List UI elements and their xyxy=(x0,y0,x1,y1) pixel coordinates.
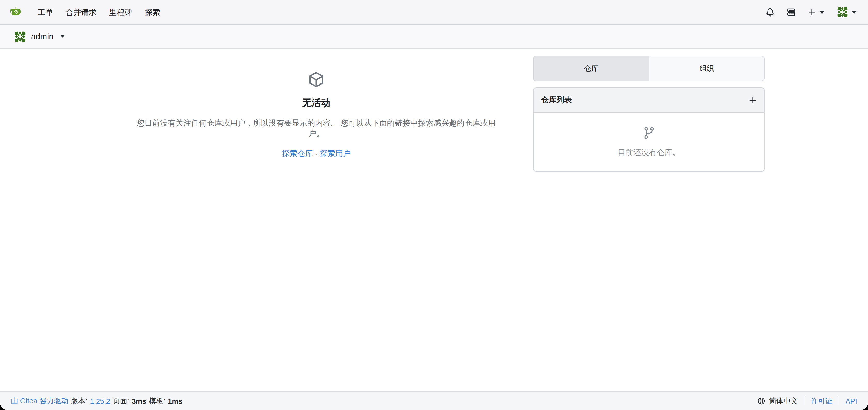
template-time-value: 1ms xyxy=(168,397,182,405)
powered-by-gitea-link[interactable]: 由 Gitea 强力驱动 xyxy=(11,396,68,405)
top-navbar: 工单 合并请求 里程碑 探索 xyxy=(0,0,868,25)
repo-list-panel: 仓库列表 xyxy=(533,87,765,172)
explore-repos-link[interactable]: 探索仓库 xyxy=(282,149,313,157)
repo-list-header: 仓库列表 xyxy=(534,88,764,113)
chevron-down-icon xyxy=(819,10,825,14)
repo-list-title: 仓库列表 xyxy=(541,95,572,105)
package-box-icon xyxy=(308,71,324,90)
footer: 由 Gitea 强力驱动 版本: 1.25.2 页面: 3ms 模板: 1ms … xyxy=(0,391,868,410)
gitea-dashboard: 工单 合并请求 里程碑 探索 xyxy=(0,0,868,410)
sidebar-tabs: 仓库 组织 xyxy=(533,56,765,81)
page-time-value: 3ms xyxy=(132,397,146,405)
page-time-label: 页面: xyxy=(113,396,129,406)
context-user-bar: admin xyxy=(0,25,868,49)
empty-state-title: 无活动 xyxy=(103,97,529,109)
no-activity-empty-state: 无活动 您目前没有关注任何仓库或用户，所以没有要显示的内容。 您可以从下面的链接… xyxy=(103,56,529,158)
language-label: 简体中文 xyxy=(769,396,798,406)
version-link[interactable]: 1.25.2 xyxy=(90,397,110,405)
nav-item-pull-requests[interactable]: 合并请求 xyxy=(59,0,103,25)
dashboard-sidebar: 仓库 组织 仓库列表 xyxy=(533,56,765,172)
tab-organizations[interactable]: 组织 xyxy=(649,56,764,81)
gitea-logo-icon[interactable] xyxy=(9,6,21,18)
empty-state-description: 您目前没有关注任何仓库或用户，所以没有要显示的内容。 您可以从下面的链接中探索感… xyxy=(135,118,497,139)
chevron-down-icon xyxy=(60,35,64,38)
globe-icon xyxy=(758,397,766,405)
admin-server-icon[interactable] xyxy=(781,8,802,17)
footer-right-group: 简体中文 许可证 API xyxy=(758,396,857,406)
repo-list-empty-state: 目前还没有仓库。 xyxy=(534,113,764,171)
notifications-bell-icon[interactable] xyxy=(760,8,781,17)
user-menu-dropdown[interactable] xyxy=(831,7,859,18)
navbar-right-group xyxy=(760,7,859,18)
nav-item-milestones[interactable]: 里程碑 xyxy=(103,0,138,25)
activity-feed-column: 无活动 您目前没有关注任何仓库或用户，所以没有要显示的内容。 您可以从下面的链接… xyxy=(103,56,529,158)
repo-list-empty-text: 目前还没有仓库。 xyxy=(618,148,680,158)
user-avatar xyxy=(837,7,848,18)
create-new-dropdown[interactable] xyxy=(802,8,831,16)
api-link[interactable]: API xyxy=(845,397,857,405)
template-time-label: 模板: xyxy=(149,396,165,406)
nav-item-issues[interactable]: 工单 xyxy=(32,0,59,25)
explore-users-link[interactable]: 探索用户 xyxy=(319,149,350,157)
nav-item-explore[interactable]: 探索 xyxy=(138,0,166,25)
link-separator: · xyxy=(315,149,317,157)
dashboard-content: 无活动 您目前没有关注任何仓库或用户，所以没有要显示的内容。 您可以从下面的链接… xyxy=(103,49,765,172)
license-link[interactable]: 许可证 xyxy=(811,396,833,406)
context-user-avatar xyxy=(14,31,26,42)
empty-state-links: 探索仓库·探索用户 xyxy=(103,149,529,158)
language-selector[interactable]: 简体中文 xyxy=(758,396,798,406)
footer-divider xyxy=(804,397,805,405)
new-repo-plus-icon[interactable] xyxy=(749,96,757,104)
context-username: admin xyxy=(31,32,54,41)
plus-icon xyxy=(808,8,816,16)
git-branch-icon xyxy=(642,126,656,142)
footer-divider xyxy=(839,397,839,405)
version-label: 版本: xyxy=(71,396,88,406)
tab-repositories[interactable]: 仓库 xyxy=(534,56,649,81)
context-user-dropdown[interactable]: admin xyxy=(14,31,64,42)
chevron-down-icon xyxy=(851,10,857,14)
